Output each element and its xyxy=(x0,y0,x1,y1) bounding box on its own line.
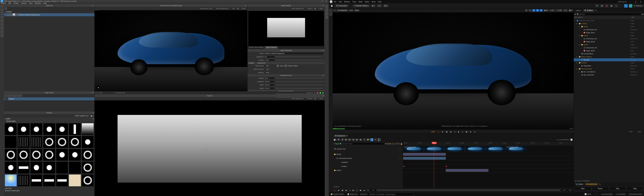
sequencer-tab-close[interactable]: ✕ xyxy=(347,135,348,137)
seq-lock-icon[interactable]: 🔒 xyxy=(400,143,402,145)
outliner-row[interactable]: ▾📁shot01Folder xyxy=(574,25,644,28)
seq-tc-current[interactable]: 0120 xyxy=(387,143,391,145)
seq-go-start[interactable]: ⏮ xyxy=(337,189,340,192)
rv-pause-icon[interactable]: ⏸ xyxy=(314,92,316,94)
lp-colorspace[interactable]: sRGB (rgbMonitor) xyxy=(290,7,305,10)
rtool-4[interactable] xyxy=(325,15,328,19)
presets-group[interactable]: Lights xyxy=(6,118,10,120)
seq-range-start[interactable]: -068* xyxy=(370,189,376,191)
vp-camera-speed[interactable]: 🎥 1 xyxy=(563,9,568,11)
seq-playback[interactable]: ▶▾ xyxy=(356,138,358,141)
seq-track-row[interactable]: 📁Shot01 xyxy=(333,152,403,156)
seq-mute-icon[interactable]: ○ xyxy=(400,158,402,159)
save-button[interactable]: 💾 xyxy=(330,4,334,7)
go-end-button[interactable]: ⏭ xyxy=(469,130,472,133)
outliner-row[interactable]: ▶PlayerStartPlayerStar xyxy=(574,64,644,67)
preservealpha-checkbox[interactable] xyxy=(284,65,286,67)
seq-search-input[interactable] xyxy=(342,142,384,145)
light-lock-checkbox[interactable] xyxy=(16,14,18,16)
preset-item[interactable] xyxy=(69,149,81,161)
lp-close-icon[interactable]: ✕ xyxy=(323,5,324,6)
seq-loop[interactable]: ↻ xyxy=(366,189,370,192)
status-icons[interactable]: ⬚ ⬚ ⬚ xyxy=(593,193,599,195)
preset-item[interactable] xyxy=(5,136,17,148)
seq-camera-cut-thumb[interactable] xyxy=(444,146,464,152)
preset-item[interactable] xyxy=(56,174,68,187)
rv-reflect-mode[interactable]: Reflection (D) xyxy=(116,92,125,94)
menu-edit[interactable]: Edit xyxy=(8,2,11,4)
tool-1[interactable] xyxy=(0,4,4,8)
hdrls-stop-button[interactable]: Stop xyxy=(609,187,626,190)
seq-step-fwd[interactable]: ▷ xyxy=(356,189,358,192)
tab-light-properties[interactable]: Light Properties xyxy=(265,46,278,49)
hdr-max-button[interactable]: ▢ xyxy=(320,0,324,2)
preset-item[interactable] xyxy=(43,149,55,161)
rv-hdr-dropdown[interactable]: HDR xyxy=(231,7,236,10)
selection-mode-dropdown[interactable]: ↖ Selection Mode ▾ xyxy=(353,4,370,7)
look-btn-5[interactable] xyxy=(16,94,19,97)
ue-menu-edit[interactable]: Edit xyxy=(339,1,342,3)
preset-item[interactable] xyxy=(30,123,42,135)
lprop-min-icon[interactable]: − xyxy=(321,50,322,51)
trace-button[interactable]: 📊 Trace xyxy=(584,193,592,195)
ue-max-button[interactable]: ▢ xyxy=(633,0,638,3)
outliner-row[interactable]: ▾📁shot03Folder xyxy=(574,43,644,46)
menu-window[interactable]: Window xyxy=(35,2,41,4)
prop-opacity-slider[interactable] xyxy=(276,60,324,60)
rtool-1[interactable] xyxy=(325,4,328,8)
ue-menu-actor[interactable]: Actor xyxy=(372,1,376,3)
seq-add-icon[interactable]: + xyxy=(398,158,400,159)
seq-range-end2[interactable]: 0094 xyxy=(568,189,573,191)
outliner-row[interactable]: 🎥CineCamera_ShCineCame xyxy=(574,28,644,31)
seq-range-bar[interactable] xyxy=(377,190,561,191)
hdr-close-button[interactable]: ✕ xyxy=(324,0,328,2)
outliner-row[interactable]: ▾📁CamerasFolder xyxy=(574,22,644,25)
ue-menu-file[interactable]: File xyxy=(334,1,336,3)
preset-item[interactable] xyxy=(56,162,68,174)
preset-item[interactable] xyxy=(5,174,17,187)
outliner-row[interactable]: 🎯Target_Shot1Actor xyxy=(574,31,644,34)
ue-viewport[interactable]: LS_CameraMotion: CineCamera_Shot1 FilmBa… xyxy=(333,12,574,128)
lp-rgba[interactable]: RGB(A) xyxy=(306,7,314,10)
seq-step-back[interactable]: ◀ xyxy=(344,189,348,192)
outliner-row[interactable]: ◆SM_AutomotiveStaticMes xyxy=(574,73,644,76)
loop-button[interactable]: ↻ xyxy=(473,130,476,133)
tool-4[interactable] xyxy=(0,15,4,19)
tab-outliner[interactable]: 🔍 Outliner xyxy=(583,9,594,12)
preset-item[interactable] xyxy=(69,174,81,187)
hdrls-start-button[interactable]: Start xyxy=(574,187,591,190)
menu-canvas[interactable]: Canvas xyxy=(21,2,26,4)
render-view-canvas[interactable]: U xyxy=(94,10,247,91)
preset-item[interactable] xyxy=(82,149,94,161)
prop-h-slider[interactable] xyxy=(276,88,324,89)
seq-fps-dropdown[interactable]: 30 fps ▾ xyxy=(378,138,381,141)
tab-render-settings[interactable]: Render View Settings xyxy=(248,46,265,49)
ll-close-icon[interactable]: ✕ xyxy=(92,92,94,94)
seq-track-row[interactable]: 📁Shot02 xyxy=(333,168,403,172)
light-preview-canvas[interactable] xyxy=(248,11,324,46)
ue-menu-build[interactable]: Build xyxy=(358,1,362,3)
ue-min-button[interactable]: − xyxy=(628,0,633,3)
seq-filter-icon[interactable]: ▼ xyxy=(385,143,387,145)
prop-bright-adv[interactable]: ⋮ xyxy=(322,56,324,58)
outliner-row[interactable]: ☀SkyLightSkyLight xyxy=(574,58,644,61)
seq-camera-cut-thumb[interactable] xyxy=(424,146,444,152)
prop-lat-field[interactable] xyxy=(265,77,275,79)
vp-show-dropdown[interactable]: Show xyxy=(354,9,360,11)
seq-add-icon[interactable]: + xyxy=(398,148,400,150)
ll-btn-1[interactable] xyxy=(4,7,7,10)
preset-item[interactable] xyxy=(69,136,81,148)
lp-exposure[interactable]: 1.0000 xyxy=(317,7,324,10)
prop-lon-slider[interactable] xyxy=(276,81,324,82)
record-button[interactable]: ● xyxy=(437,130,440,133)
look-btn-1[interactable] xyxy=(4,94,7,97)
preset-item[interactable] xyxy=(56,136,68,148)
outliner-search-input[interactable] xyxy=(580,13,641,15)
step-fwd-button[interactable]: ▷ xyxy=(461,130,464,133)
lp-exp-icon[interactable]: ◐ xyxy=(314,8,316,9)
tab-details[interactable]: 🔧 Details xyxy=(574,183,584,186)
seq-ruler[interactable]: | 0000| 0015| 0030| 0045| 0060| 0075| 00… xyxy=(403,142,574,146)
light-solo-checkbox[interactable] xyxy=(10,14,12,16)
cinematics-button[interactable]: 🎬 ▾ xyxy=(383,4,388,7)
cv-close-icon[interactable]: ✕ xyxy=(323,95,324,97)
